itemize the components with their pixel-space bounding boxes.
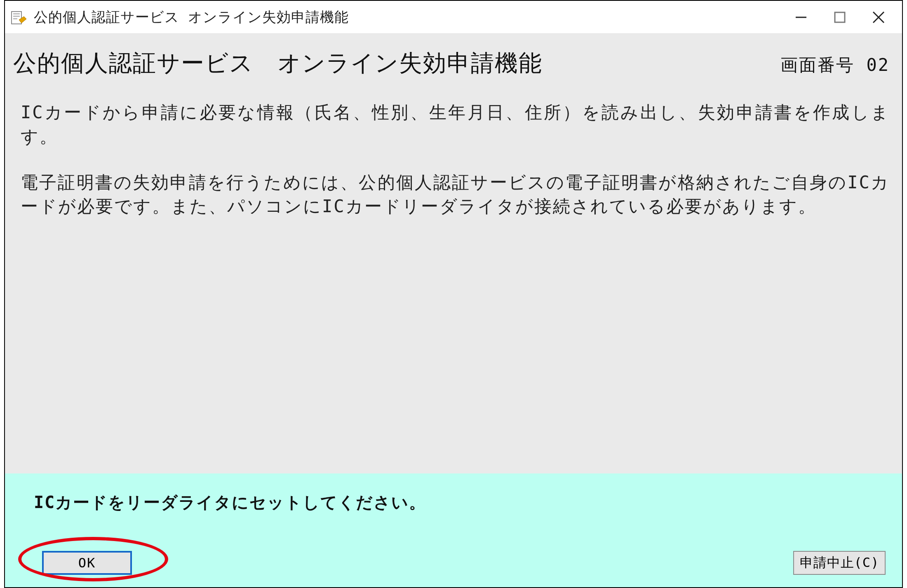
maximize-button[interactable] (820, 4, 859, 30)
svg-rect-3 (13, 18, 17, 19)
ok-button[interactable]: OK (42, 551, 132, 575)
close-button[interactable] (859, 4, 898, 30)
dialog-window: 公的個人認証サービス オンライン失効申請機能 公的個人認証サービス オンライン失… (4, 0, 903, 588)
client-area: 公的個人認証サービス オンライン失効申請機能 画面番号 02 ICカードから申請… (5, 34, 902, 587)
footer-panel: ICカードをリーダライタにセットしてください。 OK 申請中止(C) (5, 473, 902, 587)
app-icon (9, 7, 29, 27)
page-title: 公的個人認証サービス オンライン失効申請機能 (13, 48, 543, 79)
screen-number: 画面番号 02 (780, 54, 890, 77)
svg-rect-6 (835, 12, 845, 22)
paragraph-1: ICカードから申請に必要な情報（氏名、性別、生年月日、住所）を読み出し、失効申請… (21, 101, 890, 149)
minimize-button[interactable] (782, 4, 820, 30)
svg-rect-1 (13, 13, 20, 14)
body-text: ICカードから申請に必要な情報（氏名、性別、生年月日、住所）を読み出し、失効申請… (5, 79, 902, 219)
cancel-button[interactable]: 申請中止(C) (793, 551, 886, 575)
paragraph-2: 電子証明書の失効申請を行うためには、公的個人認証サービスの電子証明書が格納された… (21, 171, 890, 219)
window-title: 公的個人認証サービス オンライン失効申請機能 (34, 8, 349, 27)
titlebar: 公的個人認証サービス オンライン失効申請機能 (5, 1, 902, 34)
instruction-text: ICカードをリーダライタにセットしてください。 (34, 491, 890, 514)
svg-rect-2 (13, 16, 20, 17)
